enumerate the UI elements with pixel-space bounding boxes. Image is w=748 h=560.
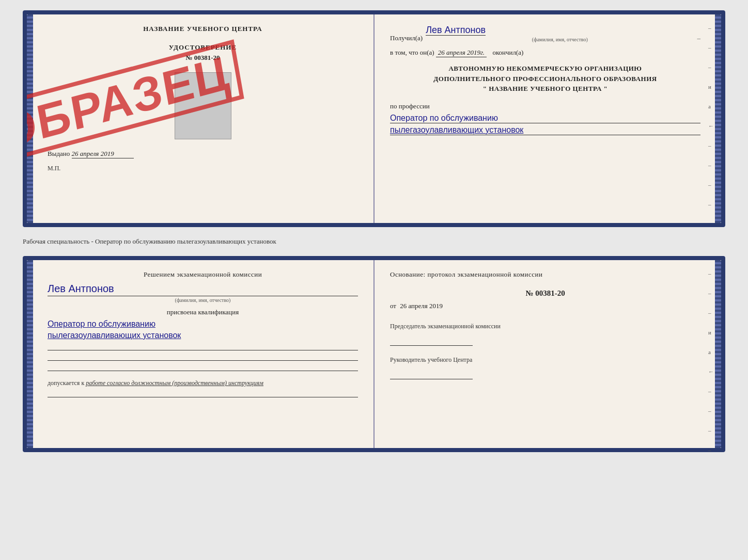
separator-text: Рабочая специальность - Оператор по обсл… [23, 235, 725, 248]
chairman-block: Председатель экзаменационной комиссии [390, 323, 700, 346]
issued-row: Выдано 26 апреля 2019 [48, 150, 358, 158]
recipient-prefix: Получил(а) [390, 34, 423, 42]
issued-label: Выдано [48, 150, 70, 157]
profession-line1: Оператор по обслуживанию [390, 114, 700, 123]
date-value: 26 апреля 2019г. [436, 49, 487, 57]
recipient-row: Получил(а) Лев Антпонов (фамилия, имя, о… [390, 25, 700, 42]
chairman-title: Председатель экзаменационной комиссии [390, 323, 700, 330]
top-right-page: Получил(а) Лев Антпонов (фамилия, имя, о… [375, 14, 721, 223]
basis-title: Основание: протокол экзаменационной коми… [390, 270, 700, 279]
bottom-spine-left [27, 260, 33, 448]
date-suffix: окончил(а) [492, 49, 523, 56]
side-dashes-bottom: – – – и а ← – – – – [708, 270, 714, 453]
spine-right [715, 14, 721, 223]
admission-text: допускается к работе согласно должностны… [48, 379, 358, 387]
person-sublabel: (фамилия, имя, отчество) [48, 297, 358, 303]
director-block: Руководитель учебного Центра [390, 356, 700, 379]
protocol-date-row: от 26 апреля 2019 [390, 302, 700, 310]
blank-line-3 [48, 364, 358, 371]
admission-prefix: допускается к [48, 379, 84, 387]
protocol-date-prefix: от [390, 302, 396, 310]
profession-line2: пылегазоулавливающих установок [390, 125, 700, 135]
org-line1: АВТОНОМНУЮ НЕКОММЕРЧЕСКУЮ ОРГАНИЗАЦИЮ [390, 63, 700, 74]
profession-prefix: по профессии [390, 102, 700, 110]
protocol-date-val: 26 апреля 2019 [400, 302, 443, 310]
qual-label: присвоена квалификация [48, 308, 358, 316]
bottom-right-page: Основание: протокол экзаменационной коми… [375, 260, 721, 448]
chairman-sig-line [390, 339, 473, 346]
org-block: АВТОНОМНУЮ НЕКОММЕРЧЕСКУЮ ОРГАНИЗАЦИЮ ДО… [390, 63, 700, 94]
cert-type-label: УДОСТОВЕРЕНИЕ [48, 43, 358, 52]
date-prefix: в том, что он(а) [390, 49, 434, 56]
admission-body: работе согласно должностным (производств… [86, 379, 263, 387]
mp-label: М.П. [48, 165, 358, 172]
protocol-number: № 00381-20 [390, 289, 700, 298]
qual-line1: Оператор по обслуживанию [48, 319, 358, 329]
director-title: Руководитель учебного Центра [390, 356, 700, 364]
blank-line-1 [48, 343, 358, 350]
qual-line2: пылегазоулавливающих установок [48, 331, 358, 340]
cert-number-label: № 00381-20 [48, 54, 358, 62]
person-name: Лев Антпонов [48, 283, 358, 295]
blank-line-2 [48, 354, 358, 361]
org-line3: " НАЗВАНИЕ УЧЕБНОГО ЦЕНТРА " [390, 84, 700, 94]
bottom-spine-right [715, 260, 721, 448]
issued-date: 26 апреля 2019 [72, 150, 134, 158]
person-name-block: Лев Антпонов (фамилия, имя, отчество) [48, 283, 358, 303]
top-left-title: НАЗВАНИЕ УЧЕБНОГО ЦЕНТРА [48, 25, 358, 33]
date-row: в том, что он(а) 26 апреля 2019г. окончи… [390, 49, 700, 57]
blank-line-4 [48, 390, 358, 397]
director-sig-line [390, 372, 473, 379]
commission-title: Решением экзаменационной комиссии [48, 270, 358, 279]
bottom-document: Решением экзаменационной комиссии Лев Ан… [23, 256, 725, 452]
bottom-left-page: Решением экзаменационной комиссии Лев Ан… [27, 260, 375, 448]
recipient-sublabel: (фамилия, имя, отчество) [426, 37, 694, 42]
top-left-page: НАЗВАНИЕ УЧЕБНОГО ЦЕНТРА УДОСТОВЕРЕНИЕ №… [27, 14, 375, 223]
side-dashes-top: – – – и а ← – – – – [708, 25, 714, 207]
dash-1: – [697, 34, 701, 42]
top-document: НАЗВАНИЕ УЧЕБНОГО ЦЕНТРА УДОСТОВЕРЕНИЕ №… [23, 10, 725, 227]
org-line2: ДОПОЛНИТЕЛЬНОГО ПРОФЕССИОНАЛЬНОГО ОБРАЗО… [390, 74, 700, 84]
photo-placeholder [175, 72, 231, 139]
recipient-name: Лев Антпонов [426, 25, 486, 36]
